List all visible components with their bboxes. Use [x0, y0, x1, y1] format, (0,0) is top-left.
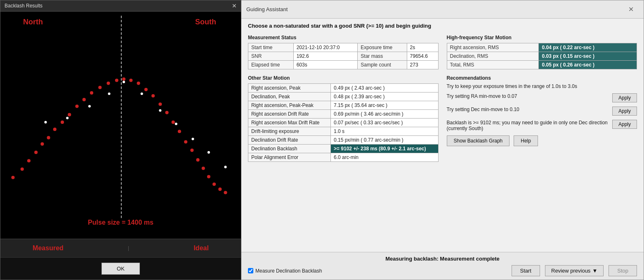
svg-point-31	[224, 191, 227, 194]
measurement-status-title: Measurement Status	[248, 35, 439, 40]
svg-point-7	[61, 121, 64, 124]
review-previous-label: Review previous	[551, 268, 590, 274]
show-backlash-graph-button[interactable]: Show Backlash Graph	[447, 135, 510, 146]
high-freq-title: High-frequency Star Motion	[447, 35, 637, 40]
star-motion-row: Right ascension Max Drift Rate0.07 px/se…	[248, 119, 439, 127]
rec-item-text: Try setting RA min-move to 0.07	[447, 93, 608, 99]
svg-point-34	[88, 105, 91, 107]
guiding-assistant-close-button[interactable]: ✕	[623, 3, 639, 16]
svg-point-41	[208, 151, 210, 154]
rec-item-row: Try setting RA min-move to 0.07Apply	[447, 93, 637, 102]
right-content: Choose a non-saturated star with a good …	[241, 19, 644, 252]
measured-label: Measured	[33, 244, 64, 252]
high-freq-col: High-frequency Star Motion Right ascensi…	[447, 35, 637, 69]
start-button[interactable]: Start	[512, 265, 540, 276]
svg-point-3	[34, 151, 38, 154]
apply-button[interactable]: Apply	[612, 93, 637, 102]
svg-point-13	[107, 82, 110, 85]
backlash-titlebar: Backlash Results ✕	[0, 0, 241, 12]
review-previous-button[interactable]: Review previous ▼	[545, 265, 604, 276]
measure-declination-checkbox[interactable]	[248, 268, 253, 273]
svg-point-4	[40, 142, 44, 146]
hf-row: Declination, RMS0.03 px ( 0.15 arc-sec )	[447, 52, 637, 61]
meas-status-row: Start time2021-12-10 20:37:0Exposure tim…	[248, 43, 439, 52]
svg-point-6	[53, 128, 57, 131]
svg-point-37	[141, 93, 143, 95]
rec-item-text: Try setting Dec min-move to 0.10	[447, 107, 608, 112]
rec-item-row: Try setting Dec min-move to 0.10Apply	[447, 107, 637, 116]
svg-point-0	[11, 176, 14, 179]
graph-bottom-bar: Measured | Ideal	[0, 239, 241, 257]
review-dropdown-arrow-icon: ▼	[592, 268, 597, 274]
pulse-size-label: Pulse size = 1400 ms	[88, 219, 153, 226]
svg-point-12	[98, 86, 101, 89]
meas-status-row: SNR192.6Star mass79654.6	[248, 52, 439, 61]
svg-point-27	[202, 166, 205, 170]
other-star-motion-title: Other Star Motion	[248, 75, 439, 81]
svg-point-30	[218, 187, 222, 191]
star-motion-row: Drift-limiting exposure1.0 s	[248, 127, 439, 136]
guiding-assistant-title: Guiding Assistant	[246, 6, 288, 12]
backlash-results-panel: Backlash Results ✕ North South	[0, 0, 241, 280]
rec-item-row: Backlash is >= 9102 ms; you may need to …	[447, 120, 637, 131]
bottom-controls: Measure Declination Backlash Start Revie…	[248, 265, 637, 276]
measuring-status-text: Measuring backlash: Measurement complete	[248, 256, 637, 262]
backlash-close-button[interactable]: ✕	[232, 2, 237, 9]
right-bottom-bar: Measuring backlash: Measurement complete…	[241, 252, 644, 280]
south-label: South	[195, 18, 216, 26]
rec-item-row: Try to keep your exposure times in the r…	[447, 83, 637, 89]
svg-point-25	[190, 149, 193, 152]
star-motion-row: Right ascension, Peak0.49 px ( 2.43 arc-…	[248, 84, 439, 93]
measure-declination-text: Measure Declination Backlash	[255, 268, 322, 274]
high-freq-table: Right ascension, RMS0.04 px ( 0.22 arc-s…	[447, 43, 637, 69]
svg-point-38	[159, 109, 161, 112]
rec-item-text: Try to keep your exposure times in the r…	[447, 83, 637, 89]
bottom-separator: |	[128, 245, 129, 251]
star-motion-table: Right ascension, Peak0.49 px ( 2.43 arc-…	[248, 83, 439, 162]
ok-button[interactable]: OK	[101, 263, 140, 275]
stop-button[interactable]: Stop	[609, 265, 637, 276]
svg-point-42	[224, 166, 226, 168]
svg-point-16	[129, 78, 132, 82]
svg-point-21	[165, 111, 168, 114]
star-motion-row: Right ascension Drift Rate0.69 px/min ( …	[248, 110, 439, 119]
svg-point-20	[158, 102, 162, 106]
apply-button[interactable]: Apply	[612, 120, 637, 129]
svg-point-26	[196, 158, 200, 161]
help-button[interactable]: Help	[514, 135, 538, 146]
svg-point-23	[178, 130, 181, 133]
svg-point-1	[21, 167, 24, 171]
measurement-status-col: Measurement Status Start time2021-12-10 …	[248, 35, 439, 69]
svg-point-33	[66, 117, 68, 119]
backlash-title: Backlash Results	[5, 3, 42, 9]
svg-point-40	[191, 138, 194, 140]
svg-point-39	[175, 123, 177, 125]
svg-point-28	[207, 175, 210, 178]
svg-point-15	[122, 77, 125, 81]
svg-point-19	[151, 94, 155, 97]
svg-point-14	[115, 78, 118, 82]
svg-point-11	[90, 91, 93, 95]
apply-button[interactable]: Apply	[612, 107, 637, 116]
svg-point-17	[137, 82, 140, 85]
backlash-graph-area: North South	[0, 12, 241, 239]
vertical-dashed-line	[121, 16, 122, 218]
svg-point-24	[184, 140, 187, 144]
star-motion-row: Polar Alignment Error6.0 arc-min	[248, 153, 439, 162]
measure-declination-label[interactable]: Measure Declination Backlash	[248, 268, 507, 274]
hf-row: Total, RMS0.05 px ( 0.26 arc-sec )	[447, 61, 637, 69]
guiding-assistant-panel: Guiding Assistant ✕ Choose a non-saturat…	[241, 0, 644, 280]
hf-row: Right ascension, RMS0.04 px ( 0.22 arc-s…	[447, 43, 637, 52]
recommendations-items: Try to keep your exposure times in the r…	[447, 83, 637, 131]
svg-point-10	[83, 98, 86, 101]
header-instruction: Choose a non-saturated star with a good …	[248, 23, 637, 29]
star-motion-row: Declination, Peak0.48 px ( 2.39 arc-sec …	[248, 93, 439, 101]
svg-point-2	[27, 159, 31, 162]
rec-item-text: Backlash is >= 9102 ms; you may need to …	[447, 120, 608, 131]
recommendations-col: Recommendations Try to keep your exposur…	[447, 75, 637, 168]
svg-point-9	[75, 104, 78, 108]
svg-point-22	[172, 121, 175, 124]
other-star-motion-col: Other Star Motion Right ascension, Peak0…	[248, 75, 439, 168]
bottom-two-col: Other Star Motion Right ascension, Peak0…	[248, 75, 637, 168]
guiding-assistant-titlebar: Guiding Assistant ✕	[241, 0, 644, 19]
